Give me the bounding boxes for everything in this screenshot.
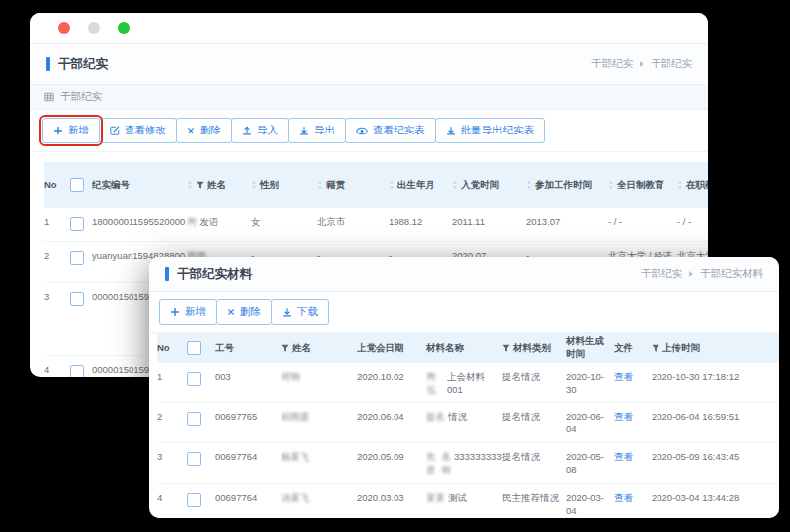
select-all-checkbox[interactable] bbox=[70, 178, 84, 192]
cell-file: 查看 bbox=[614, 443, 652, 483]
filter-icon[interactable] bbox=[502, 344, 510, 352]
cell-work: 2013.07 bbox=[526, 208, 608, 241]
cell-no: 4 bbox=[157, 484, 187, 518]
view-record-table-button[interactable]: 查看纪实表 bbox=[345, 118, 436, 143]
column-label: 文件 bbox=[614, 342, 633, 355]
window-titlebar bbox=[30, 13, 708, 44]
cell-no: 1 bbox=[44, 208, 70, 241]
sort-icon[interactable] bbox=[452, 180, 458, 190]
view-file-link[interactable]: 查看 bbox=[614, 371, 633, 384]
view-file-link[interactable]: 查看 bbox=[614, 451, 633, 464]
column-name: 姓名 bbox=[187, 162, 251, 208]
export-button[interactable]: 导出 bbox=[288, 118, 346, 143]
close-icon bbox=[187, 127, 195, 134]
column-label: 姓名 bbox=[292, 342, 311, 355]
column-gen: 材料生成时间 bbox=[566, 333, 614, 363]
breadcrumb-item[interactable]: 干部纪实 bbox=[641, 267, 682, 281]
table-row: 1003何明2020.10.02周泓上会材料001提名情况2020-10-30查… bbox=[157, 363, 779, 403]
minimize-window-dot[interactable] bbox=[88, 22, 100, 34]
close-window-dot[interactable] bbox=[58, 22, 70, 34]
add-button[interactable]: 新增 bbox=[42, 118, 100, 143]
view-edit-button[interactable]: 查看修改 bbox=[99, 118, 177, 143]
column-label: 出生年月 bbox=[397, 179, 435, 192]
button-label: 新增 bbox=[68, 124, 89, 137]
column-birth: 出生年月 bbox=[389, 162, 452, 208]
cell-date: 2020.10.02 bbox=[357, 363, 426, 402]
zoom-window-dot[interactable] bbox=[118, 22, 130, 34]
sort-icon[interactable] bbox=[317, 180, 323, 190]
download-icon bbox=[446, 126, 456, 135]
delete-button[interactable]: 删除 bbox=[216, 299, 272, 325]
import-button[interactable]: 导入 bbox=[231, 118, 289, 143]
view-file-link[interactable]: 查看 bbox=[614, 492, 633, 505]
sort-icon[interactable] bbox=[251, 180, 257, 190]
row-checkbox[interactable] bbox=[187, 412, 201, 426]
view-file-link[interactable]: 查看 bbox=[614, 411, 633, 424]
cell-gen: 2020-05-08 bbox=[566, 443, 614, 483]
column-label: 工号 bbox=[215, 342, 234, 355]
toolbar: 新增删除下载 bbox=[149, 292, 779, 333]
filter-icon[interactable] bbox=[281, 344, 289, 352]
sort-icon[interactable] bbox=[389, 180, 395, 190]
cell-text: 周 bbox=[187, 216, 197, 229]
cell-mat: 提名情况 bbox=[426, 403, 502, 443]
cell-file: 查看 bbox=[614, 484, 652, 518]
accent-bar bbox=[46, 57, 50, 71]
column-native: 籍贯 bbox=[317, 162, 389, 208]
button-label: 新增 bbox=[185, 305, 206, 319]
cell-mat: 某某测试 bbox=[426, 484, 502, 518]
breadcrumb-item[interactable]: 干部纪实材料 bbox=[700, 267, 763, 281]
row-checkbox[interactable] bbox=[187, 493, 201, 507]
cell-cat: 提名情况 bbox=[502, 403, 566, 443]
cell-text: 先进 bbox=[426, 451, 436, 477]
sort-icon[interactable] bbox=[677, 180, 683, 190]
cell-text: 某某 bbox=[426, 492, 445, 505]
column-label: 性别 bbox=[260, 179, 279, 192]
column-cb bbox=[187, 333, 215, 363]
row-checkbox[interactable] bbox=[70, 251, 84, 265]
cell-date: 2020.05.09 bbox=[357, 443, 426, 483]
table-row: 1180000011595520000周发语女北京市1988.122011.11… bbox=[44, 208, 708, 242]
column-label: 材料生成时间 bbox=[566, 335, 610, 361]
cell-name: 胡雨森 bbox=[281, 403, 357, 443]
column-label: 纪实编号 bbox=[92, 179, 130, 192]
delete-button[interactable]: 删除 bbox=[176, 118, 232, 143]
cell-cb bbox=[70, 356, 92, 377]
add-button[interactable]: 新增 bbox=[159, 299, 217, 325]
eye-icon bbox=[356, 127, 368, 135]
download-button[interactable]: 下载 bbox=[271, 299, 329, 325]
filter-icon[interactable] bbox=[196, 181, 204, 189]
row-checkbox[interactable] bbox=[70, 292, 84, 306]
table-header-row: No纪实编号姓名性别籍贯出生年月入党时间参加工作时间全日制教育在职教育 bbox=[44, 162, 708, 208]
filter-icon[interactable] bbox=[652, 344, 659, 352]
select-all-checkbox[interactable] bbox=[187, 341, 201, 355]
row-checkbox[interactable] bbox=[187, 372, 201, 386]
sort-icon[interactable] bbox=[608, 180, 614, 190]
button-label: 批量导出纪实表 bbox=[461, 124, 535, 137]
batch-export-record-table-button[interactable]: 批量导出纪实表 bbox=[435, 118, 546, 143]
cell-id: 180000011595520000 bbox=[92, 208, 187, 241]
table-row: 300697764杨某飞2020.05.09先进名称333333333333提名… bbox=[157, 443, 779, 484]
row-checkbox[interactable] bbox=[187, 452, 201, 466]
breadcrumb-item[interactable]: 干部纪实 bbox=[591, 57, 633, 71]
edit-icon bbox=[110, 126, 120, 135]
grid-icon bbox=[44, 92, 54, 102]
column-cb bbox=[70, 162, 92, 208]
cell-cb bbox=[187, 403, 215, 443]
column-id: 纪实编号 bbox=[92, 162, 187, 208]
column-label: No bbox=[44, 179, 57, 192]
cell-birth: 1988.12 bbox=[389, 208, 452, 241]
cell-date: 2020.06.04 bbox=[357, 403, 426, 443]
column-label: 姓名 bbox=[207, 179, 226, 192]
column-mat: 材料名称 bbox=[426, 333, 502, 363]
row-checkbox[interactable] bbox=[70, 217, 84, 231]
breadcrumb-item[interactable]: 干部纪实 bbox=[651, 57, 692, 71]
row-checkbox[interactable] bbox=[70, 365, 84, 377]
sort-icon[interactable] bbox=[187, 180, 193, 190]
cell-cat: 提名情况 bbox=[502, 443, 566, 483]
column-party: 入党时间 bbox=[452, 162, 526, 208]
column-edu_job: 在职教育 bbox=[677, 162, 708, 208]
sort-icon[interactable] bbox=[526, 180, 532, 190]
cell-text: 333333333333 bbox=[454, 451, 502, 464]
cell-cb bbox=[187, 443, 215, 483]
